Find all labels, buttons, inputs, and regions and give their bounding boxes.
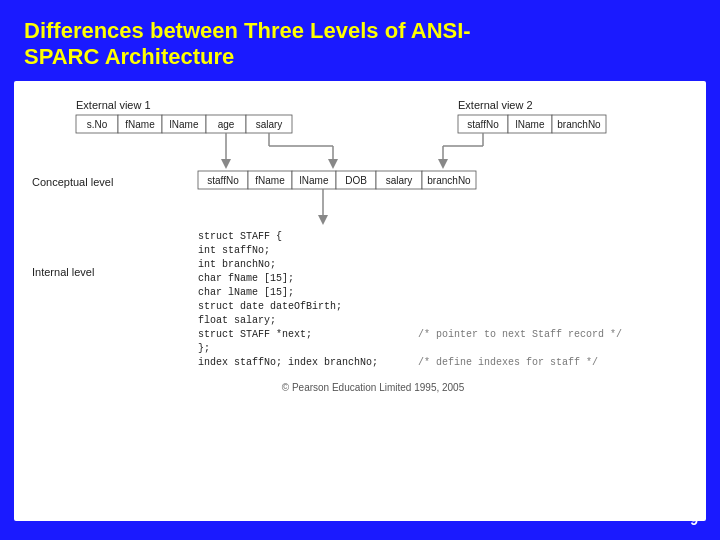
title-bar: Differences between Three Levels of ANSI…	[0, 0, 720, 81]
internal-label: Internal level	[32, 266, 94, 278]
svg-text:s.No: s.No	[87, 119, 108, 130]
svg-text:age: age	[218, 119, 235, 130]
title-line2: SPARC Architecture	[24, 44, 234, 69]
svg-text:lName: lName	[300, 175, 329, 186]
svg-text:struct STAFF {: struct STAFF {	[198, 231, 282, 242]
svg-text:struct date dateOfBirth;: struct date dateOfBirth;	[198, 301, 342, 312]
svg-marker-25	[438, 159, 448, 169]
svg-text:/* define indexes for staff */: /* define indexes for staff */	[418, 357, 598, 368]
svg-text:fName: fName	[125, 119, 155, 130]
architecture-diagram: External view 1 External view 2 s.No fNa…	[28, 91, 718, 491]
svg-text:int staffNo;: int staffNo;	[198, 245, 270, 256]
svg-text:index staffNo; index branchNo;: index staffNo; index branchNo;	[198, 357, 378, 368]
svg-text:struct STAFF *next;: struct STAFF *next;	[198, 329, 312, 340]
svg-text:staffNo: staffNo	[467, 119, 499, 130]
title-line1: Differences between Three Levels of ANSI…	[24, 18, 471, 43]
conceptual-label: Conceptual level	[32, 176, 113, 188]
svg-text:lName: lName	[516, 119, 545, 130]
svg-text:/* pointer to next Staff recor: /* pointer to next Staff record */	[418, 329, 622, 340]
svg-text:lName: lName	[170, 119, 199, 130]
slide: Differences between Three Levels of ANSI…	[0, 0, 720, 540]
svg-marker-21	[328, 159, 338, 169]
svg-text:};: };	[198, 343, 210, 354]
ext-view-1-label: External view 1	[76, 99, 151, 111]
copyright-text: © Pearson Education Limited 1995, 2005	[282, 382, 465, 393]
svg-text:int branchNo;: int branchNo;	[198, 259, 276, 270]
svg-text:DOB: DOB	[345, 175, 367, 186]
slide-number: 9	[690, 512, 698, 528]
svg-text:fName: fName	[255, 175, 285, 186]
svg-text:salary: salary	[256, 119, 283, 130]
ext-view-2-label: External view 2	[458, 99, 533, 111]
svg-text:salary: salary	[386, 175, 413, 186]
svg-marker-39	[318, 215, 328, 225]
svg-text:staffNo: staffNo	[207, 175, 239, 186]
svg-text:char lName [15];: char lName [15];	[198, 287, 294, 298]
svg-text:char fName [15];: char fName [15];	[198, 273, 294, 284]
svg-text:branchNo: branchNo	[427, 175, 471, 186]
svg-marker-17	[221, 159, 231, 169]
content-area: External view 1 External view 2 s.No fNa…	[14, 81, 706, 521]
slide-title: Differences between Three Levels of ANSI…	[24, 18, 696, 71]
svg-text:branchNo: branchNo	[557, 119, 601, 130]
svg-text:float salary;: float salary;	[198, 315, 276, 326]
